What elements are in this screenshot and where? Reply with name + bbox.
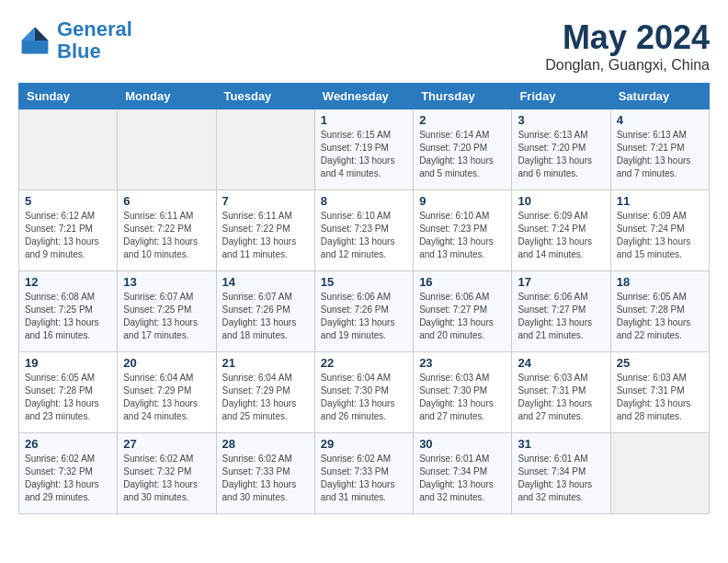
calendar-header-friday: Friday	[512, 84, 610, 109]
day-info: Sunrise: 6:03 AM Sunset: 7:31 PM Dayligh…	[617, 372, 703, 423]
day-info: Sunrise: 6:02 AM Sunset: 7:32 PM Dayligh…	[25, 453, 111, 504]
calendar-cell: 24Sunrise: 6:03 AM Sunset: 7:31 PM Dayli…	[512, 352, 610, 433]
calendar-cell: 3Sunrise: 6:13 AM Sunset: 7:20 PM Daylig…	[512, 109, 610, 190]
calendar-cell: 13Sunrise: 6:07 AM Sunset: 7:25 PM Dayli…	[118, 271, 216, 352]
location: Donglan, Guangxi, China	[545, 57, 710, 74]
day-number: 30	[419, 437, 506, 451]
day-info: Sunrise: 6:02 AM Sunset: 7:32 PM Dayligh…	[123, 453, 210, 504]
day-number: 17	[518, 275, 604, 289]
calendar-cell: 31Sunrise: 6:01 AM Sunset: 7:34 PM Dayli…	[512, 433, 610, 514]
day-number: 12	[25, 275, 111, 289]
logo-icon	[18, 24, 51, 57]
day-number: 31	[518, 437, 604, 451]
day-number: 13	[123, 275, 210, 289]
day-info: Sunrise: 6:14 AM Sunset: 7:20 PM Dayligh…	[419, 129, 506, 180]
day-info: Sunrise: 6:06 AM Sunset: 7:27 PM Dayligh…	[419, 291, 506, 342]
day-number: 29	[321, 437, 407, 451]
calendar-header-monday: Monday	[118, 84, 216, 109]
day-number: 11	[617, 194, 703, 208]
title-block: May 2024 Donglan, Guangxi, China	[545, 18, 710, 74]
logo-line2: Blue	[57, 40, 101, 63]
day-info: Sunrise: 6:10 AM Sunset: 7:23 PM Dayligh…	[321, 210, 407, 261]
day-number: 18	[617, 275, 703, 289]
calendar-cell: 14Sunrise: 6:07 AM Sunset: 7:26 PM Dayli…	[216, 271, 314, 352]
calendar-cell: 2Sunrise: 6:14 AM Sunset: 7:20 PM Daylig…	[414, 109, 512, 190]
day-info: Sunrise: 6:04 AM Sunset: 7:30 PM Dayligh…	[321, 372, 407, 423]
day-info: Sunrise: 6:04 AM Sunset: 7:29 PM Dayligh…	[222, 372, 309, 423]
calendar-cell: 21Sunrise: 6:04 AM Sunset: 7:29 PM Dayli…	[216, 352, 314, 433]
calendar-cell: 29Sunrise: 6:02 AM Sunset: 7:33 PM Dayli…	[314, 433, 413, 514]
calendar-cell: 5Sunrise: 6:12 AM Sunset: 7:21 PM Daylig…	[19, 190, 118, 271]
day-number: 27	[123, 437, 210, 451]
calendar-cell: 16Sunrise: 6:06 AM Sunset: 7:27 PM Dayli…	[414, 271, 512, 352]
calendar-cell: 6Sunrise: 6:11 AM Sunset: 7:22 PM Daylig…	[118, 190, 216, 271]
day-number: 21	[222, 356, 309, 370]
day-info: Sunrise: 6:01 AM Sunset: 7:34 PM Dayligh…	[518, 453, 604, 504]
day-info: Sunrise: 6:15 AM Sunset: 7:19 PM Dayligh…	[321, 129, 407, 180]
calendar-cell	[19, 109, 118, 190]
page-header: General Blue May 2024 Donglan, Guangxi, …	[18, 18, 710, 74]
calendar-cell: 10Sunrise: 6:09 AM Sunset: 7:24 PM Dayli…	[512, 190, 610, 271]
day-number: 6	[123, 194, 210, 208]
day-number: 20	[123, 356, 210, 370]
calendar-cell: 8Sunrise: 6:10 AM Sunset: 7:23 PM Daylig…	[314, 190, 413, 271]
calendar-cell: 23Sunrise: 6:03 AM Sunset: 7:30 PM Dayli…	[414, 352, 512, 433]
calendar-week-4: 19Sunrise: 6:05 AM Sunset: 7:28 PM Dayli…	[19, 352, 710, 433]
calendar-cell: 9Sunrise: 6:10 AM Sunset: 7:23 PM Daylig…	[414, 190, 512, 271]
calendar-header-row: SundayMondayTuesdayWednesdayThursdayFrid…	[19, 84, 710, 109]
calendar-cell: 11Sunrise: 6:09 AM Sunset: 7:24 PM Dayli…	[610, 190, 709, 271]
svg-marker-2	[22, 28, 35, 40]
day-info: Sunrise: 6:10 AM Sunset: 7:23 PM Dayligh…	[419, 210, 506, 261]
calendar-header-tuesday: Tuesday	[216, 84, 314, 109]
calendar-cell: 1Sunrise: 6:15 AM Sunset: 7:19 PM Daylig…	[314, 109, 413, 190]
calendar-week-3: 12Sunrise: 6:08 AM Sunset: 7:25 PM Dayli…	[19, 271, 710, 352]
day-number: 25	[617, 356, 703, 370]
calendar-cell: 20Sunrise: 6:04 AM Sunset: 7:29 PM Dayli…	[118, 352, 216, 433]
calendar-week-1: 1Sunrise: 6:15 AM Sunset: 7:19 PM Daylig…	[19, 109, 710, 190]
svg-marker-1	[35, 28, 48, 40]
day-number: 15	[321, 275, 407, 289]
logo: General Blue	[18, 18, 132, 63]
calendar-header-thursday: Thursday	[414, 84, 512, 109]
calendar-header-saturday: Saturday	[610, 84, 709, 109]
day-info: Sunrise: 6:11 AM Sunset: 7:22 PM Dayligh…	[123, 210, 210, 261]
day-number: 2	[419, 113, 506, 127]
day-number: 3	[518, 113, 604, 127]
day-number: 16	[419, 275, 506, 289]
day-info: Sunrise: 6:06 AM Sunset: 7:26 PM Dayligh…	[321, 291, 407, 342]
day-info: Sunrise: 6:11 AM Sunset: 7:22 PM Dayligh…	[222, 210, 309, 261]
day-number: 14	[222, 275, 309, 289]
calendar-cell: 15Sunrise: 6:06 AM Sunset: 7:26 PM Dayli…	[314, 271, 413, 352]
calendar-cell: 27Sunrise: 6:02 AM Sunset: 7:32 PM Dayli…	[118, 433, 216, 514]
calendar-week-2: 5Sunrise: 6:12 AM Sunset: 7:21 PM Daylig…	[19, 190, 710, 271]
day-info: Sunrise: 6:09 AM Sunset: 7:24 PM Dayligh…	[617, 210, 703, 261]
day-number: 5	[25, 194, 111, 208]
day-number: 8	[321, 194, 407, 208]
day-info: Sunrise: 6:02 AM Sunset: 7:33 PM Dayligh…	[222, 453, 309, 504]
calendar-header-sunday: Sunday	[19, 84, 118, 109]
day-info: Sunrise: 6:02 AM Sunset: 7:33 PM Dayligh…	[321, 453, 407, 504]
calendar-week-5: 26Sunrise: 6:02 AM Sunset: 7:32 PM Dayli…	[19, 433, 710, 514]
calendar-cell: 7Sunrise: 6:11 AM Sunset: 7:22 PM Daylig…	[216, 190, 314, 271]
calendar-cell: 22Sunrise: 6:04 AM Sunset: 7:30 PM Dayli…	[314, 352, 413, 433]
day-info: Sunrise: 6:07 AM Sunset: 7:26 PM Dayligh…	[222, 291, 309, 342]
day-info: Sunrise: 6:05 AM Sunset: 7:28 PM Dayligh…	[617, 291, 703, 342]
day-number: 4	[617, 113, 703, 127]
day-info: Sunrise: 6:13 AM Sunset: 7:20 PM Dayligh…	[518, 129, 604, 180]
calendar-table: SundayMondayTuesdayWednesdayThursdayFrid…	[18, 83, 710, 514]
day-number: 23	[419, 356, 506, 370]
day-info: Sunrise: 6:13 AM Sunset: 7:21 PM Dayligh…	[617, 129, 703, 180]
calendar-cell: 18Sunrise: 6:05 AM Sunset: 7:28 PM Dayli…	[610, 271, 709, 352]
calendar-cell: 4Sunrise: 6:13 AM Sunset: 7:21 PM Daylig…	[610, 109, 709, 190]
day-number: 10	[518, 194, 604, 208]
calendar-header-wednesday: Wednesday	[314, 84, 413, 109]
month-title: May 2024	[545, 18, 710, 57]
day-info: Sunrise: 6:04 AM Sunset: 7:29 PM Dayligh…	[123, 372, 210, 423]
day-info: Sunrise: 6:08 AM Sunset: 7:25 PM Dayligh…	[25, 291, 111, 342]
day-number: 22	[321, 356, 407, 370]
calendar-cell	[610, 433, 709, 514]
day-number: 1	[321, 113, 407, 127]
calendar-cell	[216, 109, 314, 190]
calendar-cell	[118, 109, 216, 190]
day-number: 24	[518, 356, 604, 370]
